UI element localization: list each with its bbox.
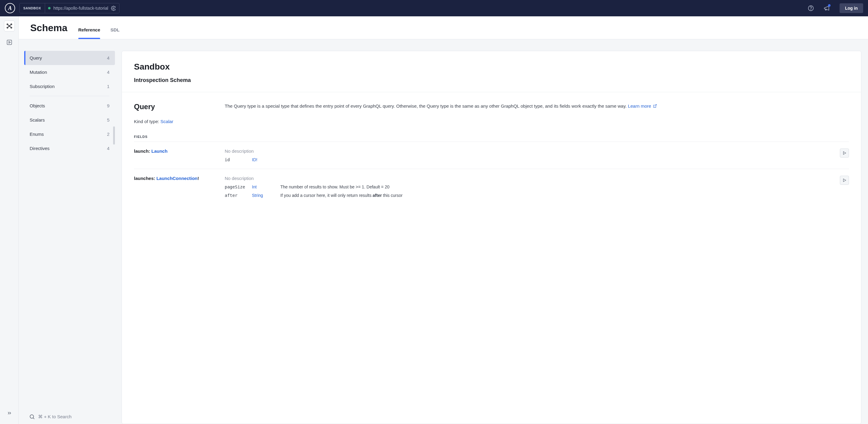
- arg-name: after: [225, 193, 252, 198]
- apollo-logo[interactable]: A: [5, 3, 15, 13]
- sandbox-badge: SANDBOX: [20, 3, 45, 13]
- sidebar-item-count: 1: [107, 84, 110, 89]
- field-row: launches: LaunchConnection! No descripti…: [134, 169, 849, 205]
- sidebar-item-label: Objects: [30, 103, 45, 108]
- play-square-icon: [6, 39, 12, 46]
- page-title: Schema: [30, 22, 67, 39]
- field-no-description: No description: [225, 176, 840, 181]
- expand-rail-button[interactable]: [4, 408, 15, 419]
- sidebar-item-count: 4: [107, 69, 110, 75]
- sidebar-item-scalars[interactable]: Scalars 5: [24, 113, 115, 127]
- arg-desc-bold: after: [373, 193, 382, 198]
- field-name: launches: [134, 176, 154, 181]
- schema-graph-icon: [6, 23, 13, 29]
- sidebar-item-query[interactable]: Query 4: [24, 51, 115, 65]
- explorer-nav-button[interactable]: [4, 37, 15, 48]
- field-no-description: No description: [225, 149, 840, 154]
- arg-desc-post: this cursor: [382, 193, 402, 198]
- arg-name: id: [225, 157, 252, 162]
- help-icon: [808, 5, 814, 11]
- panel-header: Sandbox Introspection Schema: [122, 51, 861, 92]
- field-arg-row: id ID!: [225, 157, 840, 162]
- svg-point-9: [30, 415, 34, 418]
- endpoint-url-input[interactable]: [54, 6, 108, 10]
- sidebar-item-label: Enums: [30, 131, 44, 137]
- arg-desc: The number of results to show. Must be >…: [280, 184, 840, 189]
- arg-type: Int: [252, 184, 280, 189]
- login-button[interactable]: Log in: [840, 3, 863, 13]
- learn-more-label: Learn more: [628, 103, 651, 109]
- field-arg-row: after String If you add a cursor here, i…: [225, 193, 840, 198]
- kind-of-type: Kind of type: Scalar: [134, 119, 849, 124]
- sidebar-item-label: Query: [30, 55, 42, 60]
- sidebar-item-count: 5: [107, 117, 110, 122]
- arg-name: pageSize: [225, 184, 252, 189]
- arg-type-link[interactable]: ID: [252, 157, 256, 162]
- panel-title: Sandbox: [134, 62, 849, 72]
- sidebar-item-label: Subscription: [30, 84, 55, 89]
- tab-sdl[interactable]: SDL: [111, 27, 120, 39]
- sidebar-item-label: Directives: [30, 146, 50, 151]
- field-row: launch: Launch No description id ID!: [134, 142, 849, 169]
- topbar: A SANDBOX Log in: [0, 0, 868, 16]
- notification-dot: [828, 4, 831, 7]
- panel-subtitle: Introspection Schema: [134, 77, 849, 84]
- play-icon: [842, 151, 846, 155]
- arg-type-link[interactable]: Int: [252, 184, 257, 189]
- sidebar-item-subscription[interactable]: Subscription 1: [24, 79, 115, 93]
- chevron-double-right-icon: [7, 411, 12, 416]
- sidebar-item-count: 2: [107, 131, 110, 137]
- nav-rail: [0, 16, 19, 424]
- sidebar-item-count: 4: [107, 146, 110, 151]
- type-description: The Query type is a special type that de…: [225, 102, 849, 111]
- search-button[interactable]: ⌘ + K to Search: [24, 409, 115, 424]
- svg-point-2: [811, 9, 811, 10]
- arg-type: ID!: [252, 157, 280, 162]
- svg-rect-8: [7, 40, 11, 45]
- field-bang: !: [197, 176, 199, 181]
- schema-nav-button[interactable]: [4, 21, 15, 31]
- tabs: Reference SDL: [78, 16, 120, 39]
- sidebar-divider: [30, 96, 110, 96]
- play-icon: [842, 178, 846, 182]
- field-name: launch: [134, 149, 149, 154]
- sidebar-item-objects[interactable]: Objects 9: [24, 99, 115, 113]
- sidebar-item-count: 4: [107, 55, 110, 60]
- gear-icon: [111, 6, 116, 11]
- endpoint-settings-button[interactable]: [108, 6, 119, 11]
- learn-more-link[interactable]: Learn more: [628, 103, 657, 109]
- sidebar-item-label: Scalars: [30, 117, 45, 122]
- feedback-button[interactable]: [823, 5, 830, 11]
- field-return-type-link[interactable]: LaunchConnection: [156, 176, 197, 181]
- arg-bang: !: [256, 157, 257, 162]
- field-arg-row: pageSize Int The number of results to sh…: [225, 184, 840, 189]
- sidebar-item-enums[interactable]: Enums 2: [24, 127, 115, 141]
- sidebar-item-label: Mutation: [30, 69, 47, 75]
- arg-desc-pre: If you add a cursor here, it will only r…: [280, 193, 373, 198]
- kind-value-link[interactable]: Scalar: [161, 119, 174, 124]
- field-signature: launches: LaunchConnection!: [134, 176, 225, 181]
- sidebar-item-mutation[interactable]: Mutation 4: [24, 65, 115, 79]
- field-return-type-link[interactable]: Launch: [152, 149, 167, 154]
- sidebar-item-directives[interactable]: Directives 4: [24, 141, 115, 155]
- fields-heading: FIELDS: [134, 135, 849, 139]
- arg-type: String: [252, 193, 280, 198]
- endpoint-status-dot: [48, 7, 51, 9]
- field-signature: launch: Launch: [134, 149, 225, 154]
- sidebar-item-count: 9: [107, 103, 110, 108]
- endpoint-box: SANDBOX: [19, 3, 120, 13]
- external-link-icon: [653, 104, 657, 108]
- help-button[interactable]: [807, 5, 814, 11]
- page-header: Schema Reference SDL: [19, 16, 868, 39]
- arg-type-link[interactable]: String: [252, 193, 263, 198]
- svg-point-0: [113, 7, 114, 9]
- arg-desc: [280, 157, 840, 162]
- tab-reference[interactable]: Reference: [78, 27, 100, 39]
- run-field-button[interactable]: [840, 149, 849, 157]
- type-name-heading: Query: [134, 102, 213, 111]
- run-field-button[interactable]: [840, 176, 849, 185]
- type-sidebar: Query 4 Mutation 4 Subscription 1 Object…: [24, 51, 115, 424]
- search-icon: [29, 414, 35, 420]
- kind-label: Kind of type:: [134, 119, 161, 124]
- scrollbar-thumb[interactable]: [113, 126, 115, 145]
